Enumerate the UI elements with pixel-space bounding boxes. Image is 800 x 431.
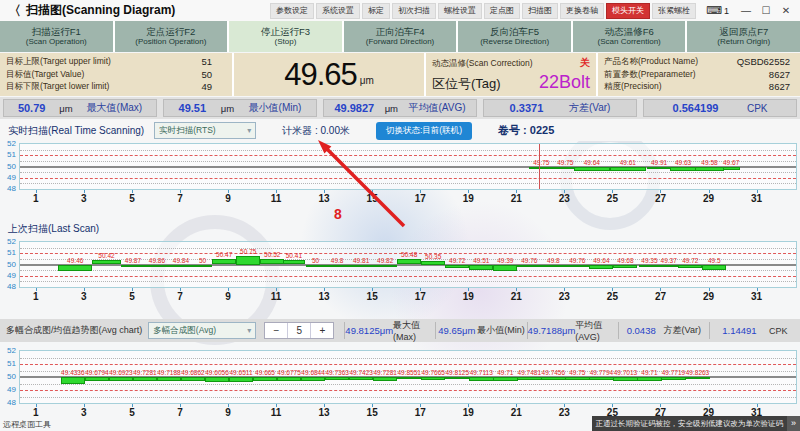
function-key-button[interactable]: 动态温修F6(Scan Corrention): [573, 21, 686, 52]
bar-value-label: 49.82: [377, 257, 393, 264]
info-value: 50: [201, 69, 212, 81]
measurement-bar: [181, 377, 206, 381]
avg-stat-label: 最小值(Min): [477, 324, 525, 337]
info-row-item: 前置参数(Preparameter)8627: [604, 69, 790, 81]
x-tick-label: 23: [559, 407, 570, 418]
bar-value-label: 49.84: [173, 257, 189, 264]
avg-statistics: 49.8125μm最大值(Max)49.65μm最小值(Min)49.7188μ…: [344, 319, 800, 342]
chevron-right-icon[interactable]: »: [787, 416, 800, 431]
avg-mode-dropdown[interactable]: 多幅合成图(Avg) ▾: [148, 322, 256, 339]
bar-value-label: 49.91: [651, 159, 667, 166]
bar-value-label: 49.63: [675, 159, 691, 166]
measurement-bar: [421, 377, 446, 380]
bar-value-label: 49.8551: [397, 369, 421, 376]
measurement-bar: [493, 265, 517, 272]
info-row-item: 精度(Precision)8627: [604, 81, 790, 93]
avg-stat: 1.14491CPK: [709, 322, 800, 338]
stat-unit: μm: [221, 103, 234, 114]
measurement-bar: [541, 265, 565, 267]
stat-box: 50.79μm最大值(Max): [3, 99, 157, 117]
x-tick-label: 17: [415, 291, 426, 302]
x-tick-label: 29: [703, 193, 714, 204]
minor-gridline: [20, 248, 796, 249]
function-key-button[interactable]: 返回原点F7(Return Origin): [687, 21, 800, 52]
rts-mode-dropdown[interactable]: 实时扫描(RTS) ▾: [154, 122, 256, 139]
titlebar-button[interactable]: 更换卷轴: [560, 3, 604, 19]
back-icon[interactable]: 〈: [8, 2, 21, 20]
bar-value-label: 49.7794: [590, 369, 614, 376]
titlebar-button[interactable]: 螺栓设置: [438, 3, 482, 19]
titlebar-button[interactable]: 系统设置: [316, 3, 360, 19]
function-key-button[interactable]: 定点运行F2(Position Operation): [115, 21, 228, 52]
function-key-button[interactable]: 反向泊车F5(Reverse Direction): [458, 21, 571, 52]
bar-value-label: 49.7481: [518, 369, 542, 376]
titlebar-button[interactable]: 初次扫描: [392, 3, 436, 19]
y-tick-label: 48: [7, 282, 16, 291]
x-tick-label: 25: [607, 291, 618, 302]
bar-value-label: 49.37: [661, 257, 677, 264]
function-key-button[interactable]: 停止运行F3(Stop): [229, 21, 342, 52]
function-key-button[interactable]: 正向泊车F4(Forward Direction): [344, 21, 457, 52]
titlebar-button[interactable]: 定点图: [484, 3, 520, 19]
stepper-minus-button[interactable]: −: [265, 323, 287, 338]
measurement-bar: [306, 265, 325, 267]
titlebar-button[interactable]: 模头开关: [606, 3, 650, 19]
plot-area: 49.7549.7549.6449.6149.9149.6349.5849.67: [19, 143, 797, 190]
titlebar-button[interactable]: 张紧螺栓: [652, 3, 696, 19]
avg-stat-value: 49.65μm: [438, 325, 475, 336]
titlebar-button[interactable]: 标定: [362, 3, 390, 19]
function-key-line1: 定点运行F2: [146, 26, 195, 37]
x-tick-label: 19: [463, 193, 474, 204]
bar-value-label: 49.8125: [446, 369, 470, 376]
x-tick-label: 23: [559, 291, 570, 302]
measurement-bar: [670, 167, 696, 171]
measurement-bar: [397, 377, 422, 379]
bar-value-label: 49.8263: [686, 369, 710, 376]
measurement-bar: [121, 265, 145, 267]
last-scan-chart: 5251504948 49.4650.4249.8749.8649.845050…: [2, 241, 797, 304]
info-row-item: 产品名称(Product Name)QSBD62552: [604, 56, 790, 68]
avg-stat-value: 1.14491: [722, 325, 756, 336]
minor-gridline: [20, 183, 796, 184]
correction-state-toggle[interactable]: 关: [580, 56, 590, 70]
minimize-icon[interactable]: —: [736, 5, 756, 16]
close-icon[interactable]: ✕: [776, 5, 796, 16]
x-axis: 135791113151719212325272931: [19, 190, 797, 206]
limit-line: [20, 178, 796, 179]
titlebar-button[interactable]: 参数设定: [270, 3, 314, 19]
bar-value-label: 49.7719: [662, 369, 686, 376]
y-tick-label: 51: [7, 150, 16, 159]
x-tick-label: 25: [607, 193, 618, 204]
measurement-bar: [445, 377, 470, 379]
y-tick-label: 52: [7, 237, 16, 246]
info-value: 49: [201, 81, 212, 93]
measurement-bar: [133, 377, 158, 381]
measurement-bar: [661, 377, 686, 380]
target-limits-panel: 目标上限(Target upper limit)51目标值(Target Val…: [0, 53, 232, 96]
scan-cursor-line: [539, 144, 540, 189]
avg-stat-value: 49.8125μm: [345, 325, 393, 336]
switch-state-button[interactable]: 切换状态:目前(联机): [376, 122, 472, 140]
y-axis: 5251504948: [2, 241, 19, 304]
y-tick-label: 48: [7, 184, 16, 193]
avg-stat-label: 最大值(Max): [393, 319, 435, 342]
avg-composite-chart: 5251504948 49.433649.679449.692349.72814…: [2, 350, 797, 420]
bar-value-label: 50: [312, 257, 319, 264]
bar-value-label: 49.6775: [277, 369, 301, 376]
bar-value-label: 49.75: [533, 159, 549, 166]
x-tick-label: 21: [511, 291, 522, 302]
function-key-button[interactable]: 扫描运行F1(Scan Operation): [0, 21, 113, 52]
minor-gridline: [20, 150, 796, 151]
measurement-bar: [613, 265, 637, 269]
maximize-icon[interactable]: ☐: [756, 5, 776, 16]
titlebar-button[interactable]: 扫描图: [522, 3, 558, 19]
y-tick-label: 49: [7, 271, 16, 280]
security-notice[interactable]: 正通过长期验证码被控，安全级别低建议改为单次验证码 »: [592, 416, 800, 431]
bar-value-label: 49.7281: [373, 369, 397, 376]
stepper-plus-button[interactable]: +: [311, 323, 333, 338]
bar-value-label: 49.68: [617, 257, 633, 264]
measurement-bar: [637, 377, 662, 381]
bar-value-label: 49.6923: [109, 369, 133, 376]
limit-line: [20, 276, 796, 277]
bar-value-label: 49.6056: [205, 369, 229, 376]
